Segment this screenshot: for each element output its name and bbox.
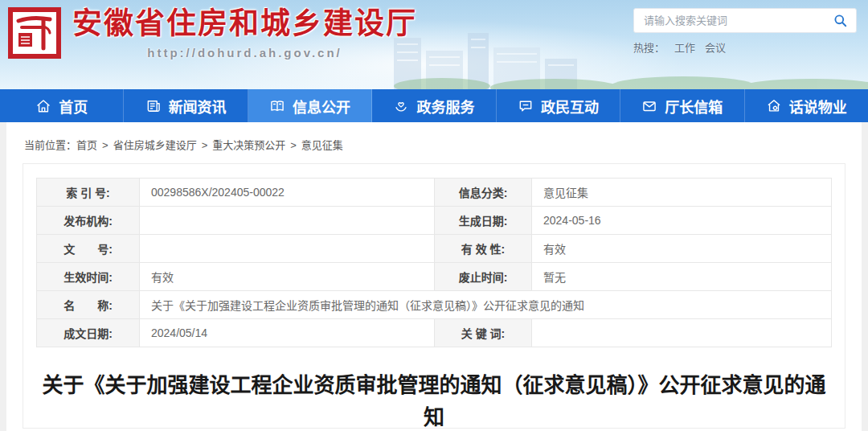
field-value-info-category: 意见征集 [532,179,832,207]
site-logo-link[interactable] [8,7,61,62]
site-title: 安徽省住房和城乡建设厅 [72,0,417,42]
field-label-repeal-time: 废止时间: [435,263,532,291]
nav-item-label: 政务服务 [416,96,474,117]
nav-item-info-disclosure[interactable]: 信息公开 [248,89,372,122]
news-icon [145,98,162,114]
field-value-written-date: 2024/05/14 [140,319,435,347]
breadcrumb-link-home[interactable]: 首页 [76,139,97,151]
department-seal-logo [8,7,61,59]
nav-item-label: 话说物业 [789,96,847,117]
service-heart-hands-icon [393,98,409,114]
field-label-validity: 有 效 性: [435,235,532,263]
field-value-effective-time: 有效 [140,263,435,291]
hot-search-keyword[interactable]: 会议 [705,42,726,54]
nav-item-label: 政民互动 [541,96,599,117]
field-value-index-number: 00298586X/202405-00022 [140,179,435,207]
hot-search-keyword[interactable]: 工作 [674,42,695,54]
search-box [633,8,857,33]
field-value-generation-date: 2024-05-16 [532,207,832,235]
house-gear-icon [766,98,782,114]
field-value-keywords [532,319,832,347]
site-url: http://dohurd.ah.gov.cn/ [72,46,417,60]
nav-item-public-interaction[interactable]: 政民互动 [497,89,620,122]
field-value-document-number [140,235,435,263]
main-nav: 首页 新闻资讯 信息公开 政务服务 政民互动 厅长信箱 [0,89,868,122]
search-input[interactable] [644,14,831,27]
breadcrumb-separator: > [290,139,297,151]
search-icon [833,13,848,28]
breadcrumb-link-opinion-collection[interactable]: 意见征集 [301,139,343,151]
nav-item-news[interactable]: 新闻资讯 [124,89,248,122]
field-label-issuing-agency: 发布机构: [37,207,140,235]
field-label-keywords: 关 键 词: [435,319,532,347]
field-label-name: 名 称: [37,291,140,319]
field-value-repeal-time: 暂无 [532,263,832,291]
field-label-index-number: 索 引 号: [37,179,140,207]
breadcrumb: 当前位置：首页>省住房城乡建设厅>重大决策预公开>意见征集 [23,133,845,163]
main-content: 当前位置：首页>省住房城乡建设厅>重大决策预公开>意见征集 索 引 号: 002… [6,122,862,431]
document-panel: 索 引 号: 00298586X/202405-00022 信息分类: 意见征集… [23,163,845,429]
field-label-written-date: 成文日期: [37,319,140,347]
nav-item-property-talk[interactable]: 话说物业 [745,89,868,122]
breadcrumb-link-department[interactable]: 省住房城乡建设厅 [113,139,197,151]
site-header: 安徽省住房和城乡建设厅 http://dohurd.ah.gov.cn/ 热搜：… [0,0,868,89]
chat-bubble-icon [518,98,534,114]
breadcrumb-separator: > [102,139,108,151]
field-label-effective-time: 生效时间: [37,263,140,291]
breadcrumb-prefix: 当前位置： [24,139,76,151]
document-info-table: 索 引 号: 00298586X/202405-00022 信息分类: 意见征集… [36,178,832,347]
nav-item-gov-services[interactable]: 政务服务 [372,89,496,122]
field-value-validity: 有效 [532,235,832,263]
brand-block: 安徽省住房和城乡建设厅 http://dohurd.ah.gov.cn/ [72,0,417,60]
field-label-info-category: 信息分类: [435,179,532,207]
home-icon [35,98,51,114]
hot-search-label: 热搜： [633,42,665,54]
field-value-name: 关于《关于加强建设工程企业资质审批管理的通知（征求意见稿）》公开征求意见的通知 [140,291,832,319]
hot-search: 热搜：工作会议 [633,39,857,55]
nav-item-home[interactable]: 首页 [0,89,124,122]
field-value-issuing-agency [140,207,435,235]
nav-item-label: 新闻资讯 [169,96,227,117]
breadcrumb-separator: > [202,139,208,151]
nav-item-label: 首页 [59,96,88,117]
field-label-generation-date: 生成日期: [435,207,532,235]
nav-item-director-mailbox[interactable]: 厅长信箱 [620,89,744,122]
open-book-icon [269,98,285,114]
field-label-document-number: 文 号: [37,235,140,263]
nav-item-label: 信息公开 [293,96,350,117]
search-button[interactable] [831,11,850,30]
breadcrumb-link-pre-disclosure[interactable]: 重大决策预公开 [212,139,285,151]
article-title: 关于《关于加强建设工程企业资质审批管理的通知（征求意见稿）》公开征求意见的通知 [40,369,828,431]
mail-icon [641,98,657,114]
nav-item-label: 厅长信箱 [665,96,723,117]
